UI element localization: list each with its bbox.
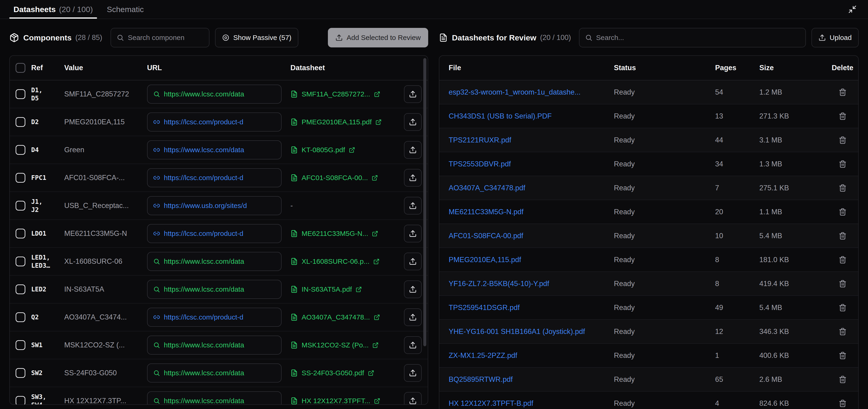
component-url-chip[interactable]: https://www.lcsc.com/data xyxy=(147,280,282,299)
delete-datasheet-button[interactable] xyxy=(839,400,846,407)
delete-datasheet-button[interactable] xyxy=(839,208,846,216)
row-checkbox[interactable] xyxy=(16,340,25,350)
delete-datasheet-button[interactable] xyxy=(839,184,846,192)
datasheet-file-link[interactable]: AO3407A_C347478.pdf xyxy=(439,184,614,192)
row-upload-button[interactable] xyxy=(404,252,422,270)
component-url-chip[interactable]: https://www.lcsc.com/data xyxy=(147,364,282,382)
datasheet-link[interactable]: HX 12X12X7.3TPFT... xyxy=(290,397,380,405)
datasheet-file-link[interactable]: BQ25895RTWR.pdf xyxy=(439,375,614,384)
component-url-chip[interactable]: https://lcsc.com/product-d xyxy=(147,168,282,187)
review-search-input[interactable] xyxy=(596,34,800,42)
datasheet-file-link[interactable]: YHE-YG16-001 SH1B166A1 (Joystick).pdf xyxy=(439,328,614,336)
select-all-checkbox[interactable] xyxy=(16,63,25,73)
delete-datasheet-button[interactable] xyxy=(839,256,846,264)
row-upload-button[interactable] xyxy=(404,308,422,326)
component-url-chip[interactable]: https://www.usb.org/sites/d xyxy=(147,196,282,215)
datasheet-file-link[interactable]: esp32-s3-wroom-1_wroom-1u_datashe... xyxy=(439,88,614,96)
row-upload-button[interactable] xyxy=(404,364,422,382)
review-panel-header: Datasheets for Review (20 / 100) Upload xyxy=(439,28,859,47)
row-checkbox[interactable] xyxy=(16,312,25,322)
row-upload-button[interactable] xyxy=(404,197,422,214)
component-url-chip[interactable]: https://lcsc.com/product-d xyxy=(147,112,282,132)
row-checkbox[interactable] xyxy=(16,396,25,405)
tab-datasheets[interactable]: Datasheets (20 / 100) xyxy=(9,0,97,19)
datasheet-link[interactable]: IN-S63AT5A.pdf xyxy=(290,285,362,293)
row-checkbox[interactable] xyxy=(16,257,25,266)
component-url-chip[interactable]: https://lcsc.com/product-d xyxy=(147,308,282,327)
row-upload-button[interactable] xyxy=(404,392,422,405)
file-text-icon xyxy=(290,313,298,321)
datasheet-link[interactable]: SMF11A_C2857272... xyxy=(290,90,380,98)
row-upload-button[interactable] xyxy=(404,85,422,103)
show-passive-button[interactable]: Show Passive (57) xyxy=(215,28,298,47)
datasheet-file-link[interactable]: TPS2121RUXR.pdf xyxy=(439,136,614,144)
delete-datasheet-button[interactable] xyxy=(839,112,846,120)
datasheet-file-link[interactable]: PMEG2010EA,115.pdf xyxy=(439,255,614,264)
datasheet-link[interactable]: XL-1608SURC-06.p... xyxy=(290,258,379,265)
row-checkbox[interactable] xyxy=(16,173,25,183)
datasheet-file-link[interactable]: HX 12X12X7.3TPFT-B.pdf xyxy=(439,399,614,408)
row-upload-button[interactable] xyxy=(404,280,422,298)
datasheet-file-link[interactable]: YF16-ZL7.2-B5KB(45-10)-Y.pdf xyxy=(439,279,614,288)
row-upload-button[interactable] xyxy=(404,225,422,242)
row-checkbox[interactable] xyxy=(16,89,25,99)
add-selected-to-review-button[interactable]: Add Selected to Review xyxy=(328,28,428,47)
row-checkbox[interactable] xyxy=(16,284,25,294)
datasheet-link[interactable]: PMEG2010EA,115.pdf xyxy=(290,118,382,126)
col-file: File xyxy=(439,64,614,72)
component-ref: J1,J2 xyxy=(31,198,64,214)
upload-button[interactable]: Upload xyxy=(811,28,859,47)
delete-datasheet-button[interactable] xyxy=(839,328,846,336)
row-checkbox[interactable] xyxy=(16,201,25,210)
delete-datasheet-button[interactable] xyxy=(839,304,846,312)
tab-schematic[interactable]: Schematic xyxy=(103,0,148,19)
datasheet-link[interactable]: AO3407A_C347478... xyxy=(290,313,380,321)
component-ref: LED2 xyxy=(31,285,64,293)
row-upload-button[interactable] xyxy=(404,113,422,131)
datasheet-link[interactable]: MSK12CO2-SZ (Po... xyxy=(290,341,379,349)
datasheet-link[interactable]: KT-0805G.pdf xyxy=(290,146,355,154)
trash-icon xyxy=(839,328,846,336)
components-search-input[interactable] xyxy=(128,34,204,42)
delete-datasheet-button[interactable] xyxy=(839,280,846,288)
delete-datasheet-button[interactable] xyxy=(839,88,846,96)
component-value: AO3407A_C3474... xyxy=(64,313,147,321)
datasheet-name: SMF11A_C2857272... xyxy=(302,90,370,98)
component-url-chip[interactable]: https://www.lcsc.com/data xyxy=(147,391,282,405)
component-url-chip[interactable]: https://www.lcsc.com/data xyxy=(147,252,282,271)
component-url-chip[interactable]: https://lcsc.com/product-d xyxy=(147,224,282,243)
collapse-window-button[interactable] xyxy=(848,0,857,19)
datasheet-size: 400.6 KB xyxy=(759,351,827,360)
row-upload-button[interactable] xyxy=(404,141,422,159)
vertical-scrollbar[interactable] xyxy=(423,58,426,346)
delete-datasheet-button[interactable] xyxy=(839,376,846,383)
components-table-header: Ref Value URL Datasheet xyxy=(10,56,428,80)
datasheet-link[interactable]: SS-24F03-G050.pdf xyxy=(290,369,374,377)
delete-datasheet-button[interactable] xyxy=(839,232,846,240)
delete-datasheet-button[interactable] xyxy=(839,136,846,144)
datasheet-file-link[interactable]: TPS2553DBVR.pdf xyxy=(439,160,614,168)
row-checkbox[interactable] xyxy=(16,229,25,238)
datasheet-size: 3.1 MB xyxy=(759,136,827,144)
datasheet-name: KT-0805G.pdf xyxy=(302,146,345,154)
datasheet-file-link[interactable]: TPS259541DSGR.pdf xyxy=(439,304,614,312)
row-checkbox[interactable] xyxy=(16,117,25,127)
eye-icon xyxy=(222,34,229,41)
trash-icon xyxy=(839,256,846,264)
datasheet-file-link[interactable]: AFC01-S08FCA-00.pdf xyxy=(439,232,614,240)
component-url-chip[interactable]: https://www.lcsc.com/data xyxy=(147,84,282,104)
datasheet-file-link[interactable]: CH343DS1 (USB to Serial).PDF xyxy=(439,112,614,121)
delete-datasheet-button[interactable] xyxy=(839,351,846,360)
datasheet-file-link[interactable]: ME6211C33M5G-N.pdf xyxy=(439,208,614,216)
row-upload-button[interactable] xyxy=(404,336,422,354)
row-checkbox[interactable] xyxy=(16,145,25,155)
datasheet-link[interactable]: AFC01-S08FCA-00... xyxy=(290,174,378,182)
datasheet-status: Ready xyxy=(614,160,715,168)
component-url-chip[interactable]: https://www.lcsc.com/data xyxy=(147,336,282,354)
row-checkbox[interactable] xyxy=(16,368,25,378)
datasheet-link[interactable]: ME6211C33M5G-N... xyxy=(290,230,378,238)
row-upload-button[interactable] xyxy=(404,169,422,186)
delete-datasheet-button[interactable] xyxy=(839,160,846,168)
component-url-chip[interactable]: https://www.lcsc.com/data xyxy=(147,140,282,160)
datasheet-file-link[interactable]: ZX-MX1.25-2PZZ.pdf xyxy=(439,351,614,360)
